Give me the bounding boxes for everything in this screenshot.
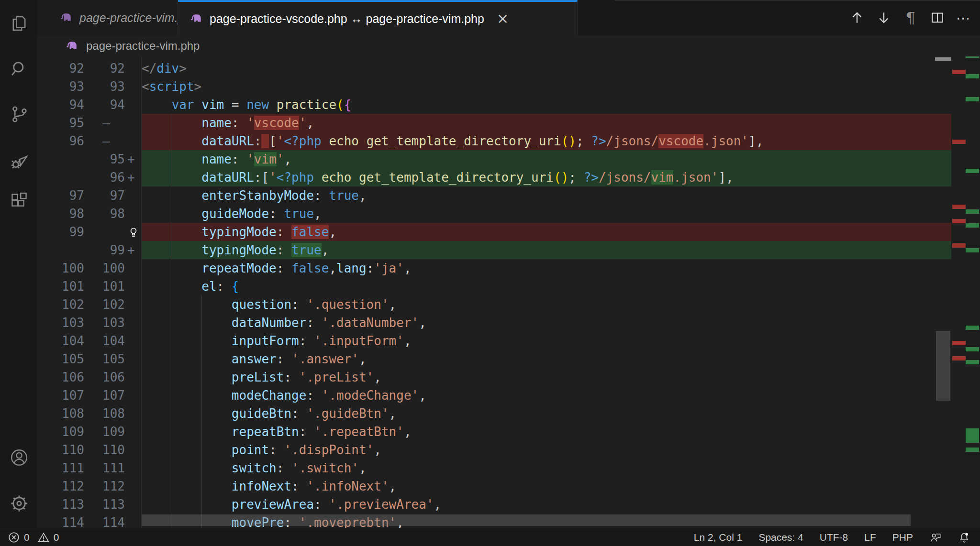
line-number-old[interactable]: 106 bbox=[37, 368, 86, 386]
code-row[interactable]: 96+ dataURL:['<?php echo get_template_di… bbox=[37, 168, 951, 186]
code-line[interactable]: dataNumber: '.dataNumber', bbox=[142, 314, 951, 332]
code-line[interactable]: point: '.dispPoint', bbox=[142, 441, 951, 459]
line-number-old[interactable]: 96 bbox=[37, 132, 86, 150]
search-icon[interactable] bbox=[9, 58, 30, 79]
code-line[interactable]: switch: '.switch', bbox=[142, 459, 951, 477]
line-number-new[interactable]: 95 bbox=[86, 150, 126, 168]
code-line[interactable]: inputForm: '.inputForm', bbox=[142, 332, 951, 350]
line-number-new[interactable]: 107 bbox=[86, 386, 126, 404]
code-row[interactable]: 95— name: 'vscode', bbox=[37, 114, 951, 132]
line-number-new[interactable]: 100 bbox=[86, 259, 126, 277]
line-number-new[interactable]: 110 bbox=[86, 441, 126, 459]
horizontal-scrollbar-thumb[interactable] bbox=[142, 514, 911, 526]
code-row[interactable]: 102102 question: '.question', bbox=[37, 295, 951, 314]
line-number-old[interactable]: 102 bbox=[37, 295, 86, 314]
line-number-new[interactable]: 104 bbox=[86, 332, 126, 350]
code-line[interactable]: el: { bbox=[142, 277, 951, 295]
line-number-old[interactable] bbox=[37, 241, 86, 259]
line-number-old[interactable]: 95 bbox=[37, 114, 86, 132]
code-row[interactable]: 105105 answer: '.answer', bbox=[37, 350, 951, 368]
line-number-new[interactable]: 98 bbox=[86, 205, 126, 223]
line-number-old[interactable] bbox=[37, 150, 86, 168]
line-number-new[interactable]: 106 bbox=[86, 368, 126, 386]
code-line[interactable]: dataURL:['<?php echo get_template_direct… bbox=[142, 168, 951, 186]
line-number-old[interactable]: 94 bbox=[37, 96, 86, 114]
vertical-scrollbar-thumb[interactable] bbox=[936, 331, 950, 401]
run-debug-icon[interactable] bbox=[9, 151, 30, 172]
split-editor-icon[interactable] bbox=[926, 7, 948, 29]
line-number-new[interactable]: 114 bbox=[86, 513, 126, 528]
code-line[interactable]: infoNext: '.infoNext', bbox=[142, 477, 951, 495]
code-row[interactable]: 109109 repeatBtn: '.repeatBtn', bbox=[37, 423, 951, 441]
close-icon[interactable]: × bbox=[497, 11, 509, 26]
line-number-old[interactable]: 107 bbox=[37, 386, 86, 404]
code-line[interactable]: question: '.question', bbox=[142, 295, 951, 314]
line-number-old[interactable]: 99 bbox=[37, 223, 86, 241]
line-number-new[interactable]: 109 bbox=[86, 423, 126, 441]
code-row[interactable]: 9292</div> bbox=[37, 59, 951, 77]
whitespace-icon[interactable]: ¶ bbox=[900, 7, 922, 29]
code-row[interactable]: 107107 modeChange: '.modeChange', bbox=[37, 386, 951, 404]
code-row[interactable]: 106106 preList: '.preList', bbox=[37, 368, 951, 386]
code-line[interactable]: enterStanbyMode: true, bbox=[142, 186, 951, 205]
code-row[interactable]: 110110 point: '.dispPoint', bbox=[37, 441, 951, 459]
code-line[interactable]: answer: '.answer', bbox=[142, 350, 951, 368]
code-line[interactable]: </div> bbox=[142, 59, 951, 77]
breadcrumb[interactable]: page-practice-vim.php bbox=[37, 35, 980, 56]
code-row[interactable]: 9797 enterStanbyMode: true, bbox=[37, 186, 951, 205]
line-number-old[interactable] bbox=[37, 168, 86, 186]
code-row[interactable]: 9494 var vim = new practice({ bbox=[37, 96, 951, 114]
line-number-new[interactable]: 101 bbox=[86, 277, 126, 295]
problems-indicator[interactable]: 0 0 bbox=[8, 531, 59, 544]
line-number-old[interactable]: 103 bbox=[37, 314, 86, 332]
indentation[interactable]: Spaces: 4 bbox=[758, 532, 803, 543]
code-row[interactable]: 111111 switch: '.switch', bbox=[37, 459, 951, 477]
code-row[interactable]: 9393<script> bbox=[37, 77, 951, 96]
line-number-new[interactable]: 112 bbox=[86, 477, 126, 495]
overview-ruler[interactable] bbox=[951, 56, 980, 528]
line-number-new[interactable]: — bbox=[86, 132, 126, 150]
code-line[interactable]: var vim = new practice({ bbox=[142, 96, 951, 114]
tab-diff-vscode-vim[interactable]: page-practice-vscode.php ↔ page-practice… bbox=[178, 0, 578, 35]
language-mode[interactable]: PHP bbox=[892, 532, 913, 543]
line-number-old[interactable]: 97 bbox=[37, 186, 86, 205]
line-number-new[interactable] bbox=[86, 223, 126, 241]
code-line[interactable]: name: 'vscode', bbox=[142, 114, 951, 132]
line-number-new[interactable]: 92 bbox=[86, 59, 126, 77]
lightbulb-icon[interactable] bbox=[126, 223, 142, 241]
line-number-old[interactable]: 98 bbox=[37, 205, 86, 223]
horizontal-scrollbar[interactable] bbox=[142, 514, 951, 526]
code-line[interactable]: repeatBtn: '.repeatBtn', bbox=[142, 423, 951, 441]
line-number-old[interactable]: 105 bbox=[37, 350, 86, 368]
diff-editor[interactable]: 9292</div>9393<script>9494 var vim = new… bbox=[37, 56, 980, 528]
code-row[interactable]: 99 typingMode: false, bbox=[37, 223, 951, 241]
line-number-old[interactable]: 109 bbox=[37, 423, 86, 441]
line-number-new[interactable]: — bbox=[86, 114, 126, 132]
encoding[interactable]: UTF-8 bbox=[820, 532, 848, 543]
previous-change-icon[interactable] bbox=[846, 7, 868, 29]
extensions-icon[interactable] bbox=[9, 191, 30, 212]
next-change-icon[interactable] bbox=[873, 7, 895, 29]
code-line[interactable]: guideMode: true, bbox=[142, 205, 951, 223]
line-number-new[interactable]: 99 bbox=[86, 241, 126, 259]
line-number-old[interactable]: 110 bbox=[37, 441, 86, 459]
accounts-icon[interactable] bbox=[9, 447, 30, 468]
line-number-new[interactable]: 108 bbox=[86, 404, 126, 423]
code-line[interactable]: modeChange: '.modeChange', bbox=[142, 386, 951, 404]
line-number-old[interactable]: 112 bbox=[37, 477, 86, 495]
line-number-old[interactable]: 100 bbox=[37, 259, 86, 277]
feedback-icon[interactable] bbox=[929, 531, 942, 544]
code-line[interactable]: repeatMode: false,lang:'ja', bbox=[142, 259, 951, 277]
code-line[interactable]: previewArea: '.previewArea', bbox=[142, 495, 951, 513]
line-number-new[interactable]: 94 bbox=[86, 96, 126, 114]
line-number-old[interactable]: 101 bbox=[37, 277, 86, 295]
line-number-new[interactable]: 97 bbox=[86, 186, 126, 205]
code-row[interactable]: 99+ typingMode: true, bbox=[37, 241, 951, 259]
code-row[interactable]: 112112 infoNext: '.infoNext', bbox=[37, 477, 951, 495]
code-line[interactable]: <script> bbox=[142, 77, 951, 96]
source-control-icon[interactable] bbox=[9, 104, 30, 125]
tab-page-practice-vim[interactable]: page-practice-vim.php bbox=[37, 0, 178, 35]
explorer-icon[interactable] bbox=[9, 13, 30, 34]
line-number-new[interactable]: 113 bbox=[86, 495, 126, 513]
code-line[interactable]: guideBtn: '.guideBtn', bbox=[142, 404, 951, 423]
